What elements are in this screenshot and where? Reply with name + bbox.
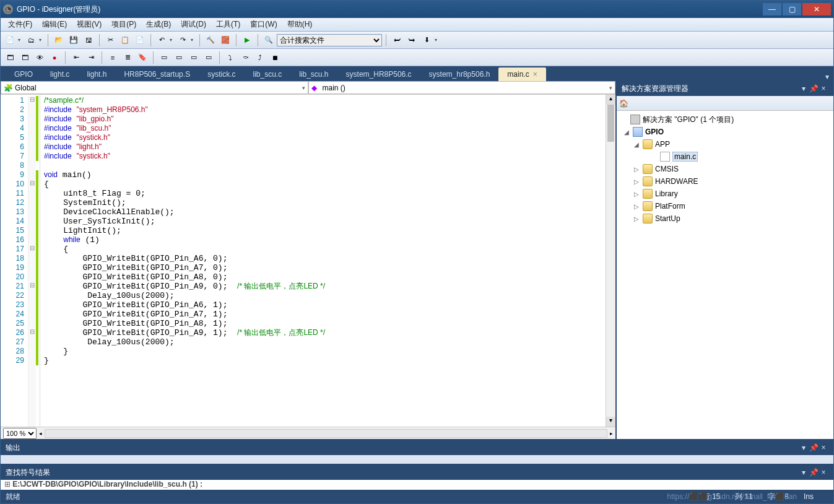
window2-button[interactable]: ▭ [172,51,186,64]
expand-icon[interactable]: ▷ [633,203,640,210]
tree-folder-hardware[interactable]: ▷ HARDWARE [620,175,830,188]
panel-close-button[interactable]: × [819,84,828,93]
window1-button[interactable]: ▭ [157,51,171,64]
editor-hscrollbar[interactable] [45,429,607,438]
tree-solution-root[interactable]: 解决方案 "GPIO" (1 个项目) [620,113,830,126]
tab-main-c[interactable]: main.c× [498,67,545,81]
step-out-button[interactable]: ⤴ [253,51,267,64]
registers-button[interactable]: 🗔 [3,51,17,64]
fold-column[interactable]: ⊟ ⊟ ⊟⊟ ⊟ [28,96,36,427]
undo-button[interactable]: ↶ [155,33,168,47]
copy-button[interactable]: 📋 [118,33,132,47]
solution-tree[interactable]: 解决方案 "GPIO" (1 个项目) ◢ GPIO ◢ APP main.c … [617,111,833,439]
close-button[interactable]: ✕ [802,3,831,15]
tab-light-h[interactable]: light.h [78,67,115,81]
new-file-button[interactable]: 📄 [3,33,17,47]
tab-system-h[interactable]: system_hr8p506.h [420,67,499,81]
editor-vscrollbar[interactable]: ▴ ▾ [606,95,615,427]
code-navbar: 🧩 Global ▾ ◆ main () ▾ [1,81,615,95]
tree-folder-app[interactable]: ◢ APP [620,138,830,150]
menu-help[interactable]: 帮助(H) [282,18,318,31]
menu-project[interactable]: 项目(P) [106,18,141,31]
bookmark-button[interactable]: 🔖 [136,51,149,64]
tab-libscu-c[interactable]: lib_scu.c [244,67,290,81]
open-button[interactable]: 📂 [52,33,66,47]
find-body[interactable]: ⊞ E:\JCWT-DB\GPIO\GPIO\Library\Include\l… [1,480,833,490]
expand-icon[interactable]: ◢ [633,141,640,148]
solution-home-button[interactable]: 🏠 [619,99,628,108]
cut-button[interactable]: ✂ [103,33,117,47]
scope-combo[interactable]: 🧩 Global ▾ [1,81,308,94]
memory-button[interactable]: 🗔 [18,51,32,64]
menu-build[interactable]: 生成(B) [141,18,176,31]
find-button[interactable]: 🔍 [262,33,276,47]
download-button[interactable]: ⬇ [420,33,433,47]
indent-left-button[interactable]: ⇤ [69,51,83,64]
menu-view[interactable]: 视图(V) [72,18,106,31]
expand-icon[interactable]: ▷ [633,215,640,222]
panel-pin-button[interactable]: 📌 [809,84,819,93]
solution-icon [630,115,640,124]
code-editor[interactable]: 1234567891011121314151617181920212223242… [1,95,615,427]
breakpoints-button[interactable]: ● [48,51,61,64]
tab-system-c[interactable]: system_HR8P506.c [337,67,420,81]
rebuild-button[interactable]: 🧱 [219,33,232,47]
search-combo[interactable]: 合计搜索文件 [277,34,382,46]
tab-gpio[interactable]: GPIO [6,67,41,81]
maximize-button[interactable]: ▢ [783,3,801,15]
tab-close-icon[interactable]: × [533,70,537,79]
nav-fwd-button[interactable]: ⮩ [405,33,419,47]
save-all-button[interactable]: 🖫 [82,33,95,47]
tab-startup-s[interactable]: HR8P506_startup.S [115,67,199,81]
redo-button[interactable]: ↷ [176,33,189,47]
tab-libscu-h[interactable]: lib_scu.h [290,67,337,81]
step-over-button[interactable]: ⤼ [238,51,252,64]
menu-window[interactable]: 窗口(W) [245,18,282,31]
menu-debug[interactable]: 调试(D) [176,18,211,31]
tree-folder-startup[interactable]: ▷ StartUp [620,212,830,225]
window4-button[interactable]: ▭ [202,51,215,64]
tree-project[interactable]: ◢ GPIO [620,126,830,138]
panel-dropdown-button[interactable]: ▾ [799,468,809,477]
expand-icon[interactable]: ▷ [633,178,640,185]
step-into-button[interactable]: ⤵ [224,51,237,64]
tab-light-c[interactable]: light.c [41,67,78,81]
comment-button[interactable]: ≡ [106,51,119,64]
output-body[interactable] [1,455,833,464]
code-content[interactable]: /*sample.c*/ #include "system_HR8P506.h"… [40,95,606,427]
paste-button[interactable]: 📄 [133,33,147,47]
indent-right-button[interactable]: ⇥ [84,51,98,64]
tree-file-main-c[interactable]: main.c [620,150,830,163]
tab-systick-c[interactable]: systick.c [199,67,244,81]
tree-folder-library[interactable]: ▷ Library [620,188,830,200]
change-bar [36,96,38,427]
build-button[interactable]: 🔨 [204,33,217,47]
panel-pin-button[interactable]: 📌 [809,468,819,477]
expand-icon[interactable]: ▷ [633,191,640,198]
menu-file[interactable]: 文件(F) [3,18,37,31]
menu-edit[interactable]: 编辑(E) [37,18,72,31]
tree-folder-platform[interactable]: ▷ PlatForm [620,200,830,212]
tabs-overflow-button[interactable]: ▾ [821,72,833,81]
watch-button[interactable]: 👁 [33,51,46,64]
panel-dropdown-button[interactable]: ▾ [799,443,809,452]
zoom-combo[interactable]: 100 % [3,428,37,439]
panel-pin-button[interactable]: 📌 [809,443,819,452]
expand-icon[interactable]: ⊞ [4,480,12,489]
minimize-button[interactable]: — [763,3,781,15]
expand-icon[interactable]: ▷ [633,166,640,173]
panel-close-button[interactable]: × [819,468,828,477]
tree-folder-cmsis[interactable]: ▷ CMSIS [620,163,830,175]
nav-back-button[interactable]: ⮨ [390,33,404,47]
run-button[interactable]: ▶ [240,33,254,47]
panel-close-button[interactable]: × [819,443,828,452]
menu-tools[interactable]: 工具(T) [211,18,245,31]
member-combo[interactable]: ◆ main () ▾ [308,81,616,94]
expand-icon[interactable]: ◢ [623,129,630,136]
new-project-button[interactable]: 🗂 [24,33,38,47]
window3-button[interactable]: ▭ [187,51,201,64]
panel-dropdown-button[interactable]: ▾ [799,84,809,93]
stop-button[interactable]: ⏹ [268,51,282,64]
save-button[interactable]: 💾 [67,33,80,47]
uncomment-button[interactable]: ≣ [121,51,134,64]
